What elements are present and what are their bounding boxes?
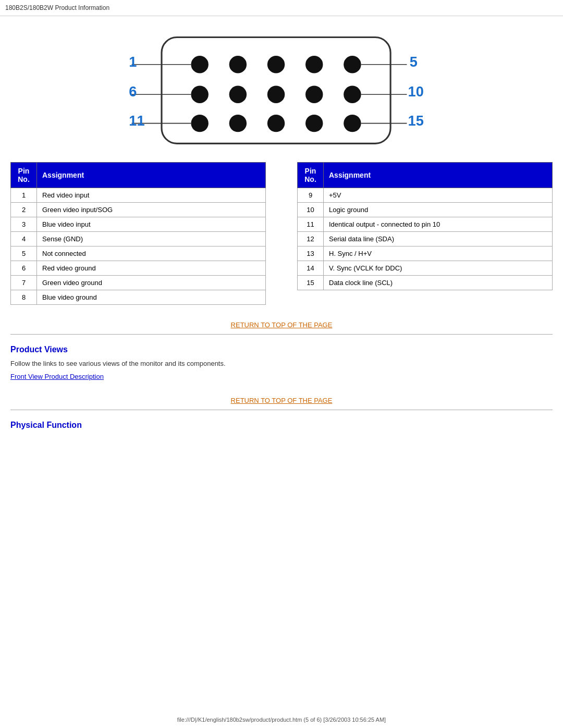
svg-point-12 xyxy=(229,115,247,132)
pin-number: 9 xyxy=(298,188,324,203)
pin-assignment: Serial data line (SDA) xyxy=(324,232,553,246)
table-row: 15 Data clock line (SCL) xyxy=(298,276,553,290)
pin-assignment: Red video input xyxy=(37,188,266,203)
table-row: 11 Identical output - connected to pin 1… xyxy=(298,217,553,232)
table-row: 8 Blue video ground xyxy=(11,290,266,305)
page-footer: file:///D|/K1/english/180b2sw/product/pr… xyxy=(0,717,563,723)
vga-connector-svg: 1 6 11 5 10 15 xyxy=(125,32,438,152)
svg-point-3 xyxy=(267,56,285,73)
pin-assignment: H. Sync / H+V xyxy=(324,246,553,261)
svg-point-15 xyxy=(344,115,361,132)
pin-number: 4 xyxy=(11,232,37,246)
pin-assignment: Green video input/SOG xyxy=(37,203,266,217)
physical-function-section: Physical Function xyxy=(10,421,553,430)
pin-number: 12 xyxy=(298,232,324,246)
pin-assignment: +5V xyxy=(324,188,553,203)
pin-number: 7 xyxy=(11,276,37,290)
pin-number: 5 xyxy=(11,246,37,261)
divider-1 xyxy=(10,334,553,335)
front-view-link[interactable]: Front View Product Description xyxy=(10,373,553,380)
pin-assignment: V. Sync (VCLK for DDC) xyxy=(324,261,553,276)
pin-number: 15 xyxy=(298,276,324,290)
product-views-section: Product Views Follow the links to see va… xyxy=(10,345,553,380)
pin-number: 3 xyxy=(11,217,37,232)
svg-point-14 xyxy=(305,115,323,132)
svg-text:5: 5 xyxy=(410,54,418,70)
pin-number: 14 xyxy=(298,261,324,276)
pin-assignment: Blue video ground xyxy=(37,290,266,305)
return-to-top-link-1[interactable]: RETURN TO TOP OF THE PAGE xyxy=(231,321,333,329)
divider-2 xyxy=(10,410,553,410)
return-link-section-1: RETURN TO TOP OF THE PAGE xyxy=(10,320,553,329)
svg-text:6: 6 xyxy=(129,83,137,100)
table-row: 14 V. Sync (VCLK for DDC) xyxy=(298,261,553,276)
left-table-assignment-header: Assignment xyxy=(37,163,266,188)
svg-point-10 xyxy=(344,86,361,103)
svg-text:11: 11 xyxy=(129,113,144,129)
svg-point-5 xyxy=(344,56,361,73)
table-row: 4 Sense (GND) xyxy=(11,232,266,246)
pin-number: 11 xyxy=(298,217,324,232)
pin-number: 1 xyxy=(11,188,37,203)
product-views-heading: Product Views xyxy=(10,345,553,354)
svg-point-6 xyxy=(191,86,208,103)
table-row: 6 Red video ground xyxy=(11,261,266,276)
pin-assignment: Data clock line (SCL) xyxy=(324,276,553,290)
svg-text:10: 10 xyxy=(408,83,424,100)
tables-section: PinNo. Assignment 1 Red video input 2 Gr… xyxy=(10,162,553,305)
pin-assignment: Identical output - connected to pin 10 xyxy=(324,217,553,232)
page-title: 180B2S/180B2W Product Information xyxy=(0,0,563,16)
connector-diagram: 1 6 11 5 10 15 xyxy=(125,32,438,152)
table-row: 3 Blue video input xyxy=(11,217,266,232)
table-row: 10 Logic ground xyxy=(298,203,553,217)
svg-point-9 xyxy=(305,86,323,103)
svg-point-13 xyxy=(267,115,285,132)
pin-number: 6 xyxy=(11,261,37,276)
return-link-section-2: RETURN TO TOP OF THE PAGE xyxy=(10,396,553,404)
right-table-assignment-header: Assignment xyxy=(324,163,553,188)
table-row: 1 Red video input xyxy=(11,188,266,203)
pin-assignment: Not connected xyxy=(37,246,266,261)
table-row: 2 Green video input/SOG xyxy=(11,203,266,217)
svg-point-11 xyxy=(191,115,208,132)
table-row: 5 Not connected xyxy=(11,246,266,261)
pin-table-right: PinNo. Assignment 9 +5V 10 Logic ground … xyxy=(297,162,553,290)
pin-assignment: Blue video input xyxy=(37,217,266,232)
product-views-body: Follow the links to see various views of… xyxy=(10,360,553,367)
pin-assignment: Logic ground xyxy=(324,203,553,217)
svg-point-2 xyxy=(229,56,247,73)
table-row: 9 +5V xyxy=(298,188,553,203)
pin-number: 13 xyxy=(298,246,324,261)
return-to-top-link-2[interactable]: RETURN TO TOP OF THE PAGE xyxy=(231,397,333,404)
pin-assignment: Sense (GND) xyxy=(37,232,266,246)
pin-number: 10 xyxy=(298,203,324,217)
svg-point-8 xyxy=(267,86,285,103)
svg-text:15: 15 xyxy=(408,113,424,129)
pin-table-left: PinNo. Assignment 1 Red video input 2 Gr… xyxy=(10,162,266,305)
table-row: 13 H. Sync / H+V xyxy=(298,246,553,261)
svg-point-7 xyxy=(229,86,247,103)
left-table-pin-header: PinNo. xyxy=(11,163,37,188)
svg-point-4 xyxy=(305,56,323,73)
right-table-pin-header: PinNo. xyxy=(298,163,324,188)
table-row: 12 Serial data line (SDA) xyxy=(298,232,553,246)
pin-assignment: Red video ground xyxy=(37,261,266,276)
main-content: 1 6 11 5 10 15 PinNo. Assignment 1 Red v… xyxy=(0,16,563,466)
table-row: 7 Green video ground xyxy=(11,276,266,290)
physical-function-heading: Physical Function xyxy=(10,421,553,430)
pin-assignment: Green video ground xyxy=(37,276,266,290)
svg-text:1: 1 xyxy=(129,54,137,70)
pin-number: 8 xyxy=(11,290,37,305)
pin-number: 2 xyxy=(11,203,37,217)
svg-point-1 xyxy=(191,56,208,73)
